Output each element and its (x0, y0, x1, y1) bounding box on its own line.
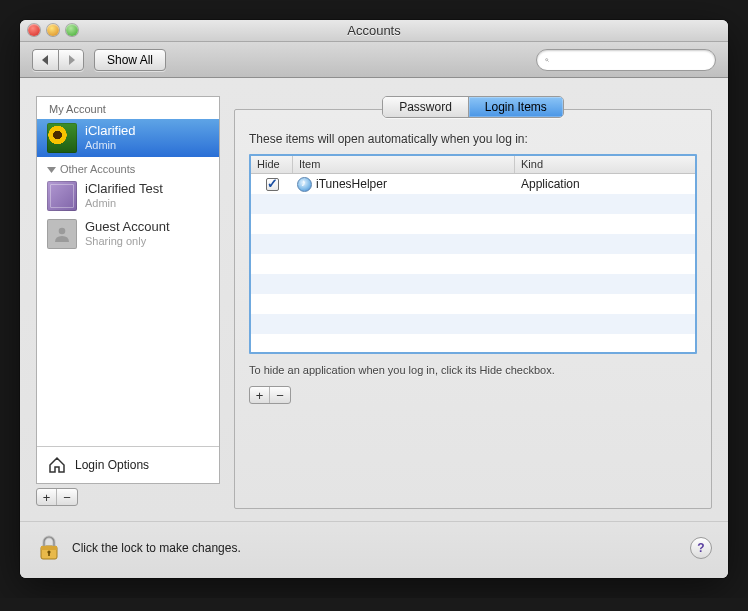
sidebar-item-iclarified-test[interactable]: iClarified Test Admin (37, 177, 219, 215)
account-role: Sharing only (85, 235, 170, 248)
home-icon (47, 455, 67, 475)
show-all-button[interactable]: Show All (94, 49, 166, 71)
account-name: Guest Account (85, 220, 170, 235)
item-kind: Application (515, 177, 695, 191)
body: My Account iClarified Admin Other Accoun… (20, 78, 728, 521)
tab-bar: Password Login Items (382, 96, 564, 118)
lock-icon[interactable] (36, 534, 62, 562)
help-button[interactable]: ? (690, 537, 712, 559)
account-role: Admin (85, 197, 163, 210)
table-header: Hide Item Kind (251, 156, 695, 174)
sidebar-item-iclarified[interactable]: iClarified Admin (37, 119, 219, 157)
avatar-icon (47, 219, 77, 249)
svg-line-1 (548, 60, 549, 61)
sidebar-column: My Account iClarified Admin Other Accoun… (36, 96, 220, 509)
add-account-button[interactable]: + (37, 489, 57, 505)
forward-button[interactable] (58, 49, 84, 71)
toolbar: Show All (20, 42, 728, 78)
svg-rect-4 (41, 546, 57, 550)
search-input[interactable] (553, 52, 707, 68)
itunes-icon (297, 177, 312, 192)
tab-login-items[interactable]: Login Items (469, 97, 563, 117)
table-body: iTunesHelper Application (251, 174, 695, 352)
avatar-icon (47, 181, 77, 211)
table-row (251, 294, 695, 314)
window-controls (28, 24, 78, 36)
add-item-button[interactable]: + (250, 387, 270, 403)
table-row[interactable]: iTunesHelper Application (251, 174, 695, 194)
login-items-table[interactable]: Hide Item Kind iTunesHelper (249, 154, 697, 354)
login-options-label: Login Options (75, 458, 149, 472)
accounts-sidebar: My Account iClarified Admin Other Accoun… (36, 96, 220, 484)
main-column: Password Login Items These items will op… (234, 96, 712, 509)
sidebar-item-guest[interactable]: Guest Account Sharing only (37, 215, 219, 253)
tab-password[interactable]: Password (383, 97, 469, 117)
footer: Click the lock to make changes. ? (20, 521, 728, 578)
svg-point-0 (546, 58, 548, 60)
person-icon (52, 224, 72, 244)
search-icon (545, 54, 549, 66)
table-row (251, 234, 695, 254)
nav-segment (32, 49, 84, 71)
login-options-row[interactable]: Login Options (37, 446, 219, 483)
search-field-wrap[interactable] (536, 49, 716, 71)
table-row (251, 214, 695, 234)
back-button[interactable] (32, 49, 58, 71)
account-name: iClarified Test (85, 182, 163, 197)
minimize-icon[interactable] (47, 24, 59, 36)
hide-hint: To hide an application when you log in, … (249, 364, 697, 376)
table-row (251, 274, 695, 294)
remove-account-button[interactable]: − (57, 489, 77, 505)
account-add-remove: + − (36, 488, 78, 506)
window-title: Accounts (20, 23, 728, 38)
svg-point-2 (59, 228, 66, 235)
disclosure-down-icon (47, 165, 56, 174)
remove-item-button[interactable]: − (270, 387, 290, 403)
col-item[interactable]: Item (293, 156, 515, 173)
close-icon[interactable] (28, 24, 40, 36)
col-hide[interactable]: Hide (251, 156, 293, 173)
account-name: iClarified (85, 124, 136, 139)
account-role: Admin (85, 139, 136, 152)
table-row (251, 254, 695, 274)
col-kind[interactable]: Kind (515, 156, 695, 173)
sidebar-section-my-account: My Account (37, 97, 219, 119)
table-row (251, 194, 695, 214)
hide-checkbox[interactable] (266, 178, 279, 191)
avatar-icon (47, 123, 77, 153)
table-row (251, 314, 695, 334)
zoom-icon[interactable] (66, 24, 78, 36)
titlebar: Accounts (20, 20, 728, 42)
svg-rect-6 (48, 552, 50, 556)
login-items-panel: These items will open automatically when… (234, 109, 712, 509)
lock-text: Click the lock to make changes. (72, 541, 241, 555)
accounts-window: Accounts Show All My Accoun (20, 20, 728, 578)
table-row (251, 334, 695, 352)
login-items-desc: These items will open automatically when… (249, 132, 697, 146)
item-add-remove: + − (249, 386, 291, 404)
item-name: iTunesHelper (316, 177, 387, 191)
sidebar-section-other: Other Accounts (37, 157, 219, 177)
